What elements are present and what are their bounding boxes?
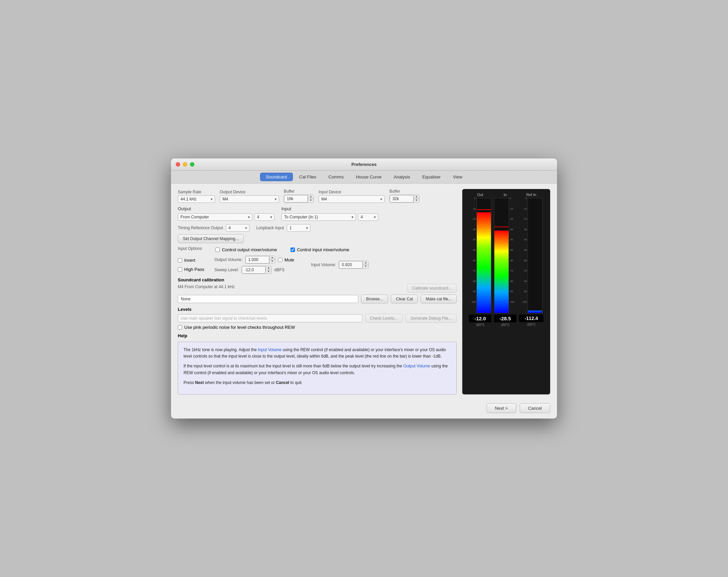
help-para1: The 1kHz tone is now playing. Adjust the… xyxy=(184,347,451,360)
output-buffer-up-btn[interactable]: ▲ xyxy=(308,195,314,199)
output-device-select[interactable]: M4 xyxy=(220,195,279,203)
minimize-button[interactable] xyxy=(183,162,187,167)
sample-rate-select[interactable]: 44.1 kHz xyxy=(178,195,215,203)
ref-meter-value: -112.4 xyxy=(519,315,543,322)
gen-debug-button[interactable]: Generate Debug File... xyxy=(406,314,457,323)
sweep-level-down-btn[interactable]: ▼ xyxy=(266,270,271,273)
close-button[interactable] xyxy=(176,162,180,167)
tab-comms[interactable]: Comms xyxy=(323,173,349,181)
timing-ref-select[interactable]: 4 xyxy=(226,224,250,232)
high-pass-row: High Pass xyxy=(178,267,204,272)
input-channel-select[interactable]: 4 xyxy=(358,213,378,221)
out-meter-label: Out xyxy=(477,193,483,197)
input-buffer-group: Buffer ▲ ▼ xyxy=(389,189,420,203)
in-meter-unit: dBFS xyxy=(501,323,509,327)
in-meter-label: In xyxy=(504,193,507,197)
pink-noise-checkbox[interactable] xyxy=(178,325,182,329)
pink-noise-label: Use pink periodic noise for level checks… xyxy=(184,325,295,330)
levels-select[interactable]: Use main speaker test signal to check/se… xyxy=(178,314,362,322)
tab-house-curve[interactable]: House Curve xyxy=(350,173,387,181)
output-channel-select[interactable]: 4 xyxy=(254,213,275,221)
timing-ref-label: Timing Reference Output xyxy=(178,226,223,230)
out-bar-fill xyxy=(477,212,491,313)
loopback-select[interactable]: 1 xyxy=(287,224,311,232)
help-para3: Press Next when the input volume has bee… xyxy=(184,380,451,386)
set-output-channel-button[interactable]: Set Output Channel Mapping... xyxy=(178,234,244,243)
control-input-checkbox[interactable] xyxy=(291,248,295,252)
out-peak-line xyxy=(477,209,491,210)
input-options-label: Input Options xyxy=(178,246,202,251)
in-meter: In 0 -10 -20 -30 xyxy=(494,193,516,328)
help-text: The 1kHz tone is now playing. Adjust the… xyxy=(184,347,451,386)
output-volume-up-btn[interactable]: ▲ xyxy=(270,256,275,260)
sweep-level-unit: dBFS xyxy=(274,268,284,272)
sweep-level-input[interactable] xyxy=(242,266,265,274)
tab-equaliser[interactable]: Equaliser xyxy=(416,173,446,181)
input-volume-link[interactable]: Input Volume xyxy=(258,347,281,352)
check-levels-button[interactable]: Check Levels... xyxy=(365,314,403,323)
sweep-level-up-btn[interactable]: ▲ xyxy=(266,266,271,270)
tab-soundcard[interactable]: Soundcard xyxy=(260,173,293,181)
cal-file-row: None Browse... Clear Cal Make cal file..… xyxy=(178,295,457,303)
out-meter-unit: dBFS xyxy=(476,323,484,327)
input-buffer-up-btn[interactable]: ▲ xyxy=(414,195,419,199)
levels-section: Levels Use main speaker test signal to c… xyxy=(178,307,457,330)
tab-analysis[interactable]: Analysis xyxy=(388,173,416,181)
invert-label: Invert xyxy=(184,258,195,263)
output-buffer-input[interactable] xyxy=(284,195,308,202)
input-volume-down-btn[interactable]: ▼ xyxy=(363,265,368,268)
control-input-row: Control input mixer/volume xyxy=(291,247,349,252)
ref-meter-unit: dBFS xyxy=(527,323,535,326)
input-dest-select[interactable]: To Computer (In 1) xyxy=(281,213,356,221)
tab-view[interactable]: View xyxy=(447,173,468,181)
out-meter-value: -12.0 xyxy=(469,315,491,322)
input-device-label: Input Device xyxy=(319,190,385,194)
ref-bar-fill xyxy=(528,311,542,313)
output-volume-down-btn[interactable]: ▼ xyxy=(270,260,275,263)
help-title: Help xyxy=(178,333,457,338)
calibrate-soundcard-button[interactable]: Calibrate soundcard... xyxy=(407,284,457,293)
control-output-row: Control output mixer/volume xyxy=(215,247,277,252)
output-buffer-down-btn[interactable]: ▼ xyxy=(308,199,314,202)
output-device-group: Output Device M4 ▼ xyxy=(220,190,279,203)
high-pass-label: High Pass xyxy=(184,267,204,272)
next-button[interactable]: Next > xyxy=(487,403,516,413)
in-peak-line xyxy=(494,227,509,227)
set-output-btn-wrap: Set Output Channel Mapping... xyxy=(178,234,457,243)
input-volume-up-btn[interactable]: ▲ xyxy=(363,261,368,265)
input-label: Input xyxy=(281,206,378,211)
cal-path-display: None xyxy=(178,295,358,303)
browse-button[interactable]: Browse... xyxy=(361,295,388,303)
clear-cal-button[interactable]: Clear Cal xyxy=(391,295,418,303)
window-title: Preferences xyxy=(351,162,377,167)
make-cal-button[interactable]: Make cal file... xyxy=(421,295,457,303)
input-options-section: Input Options Control output mixer/volum… xyxy=(178,246,457,274)
high-pass-checkbox[interactable] xyxy=(178,267,182,272)
input-volume-input[interactable] xyxy=(339,261,363,269)
fullscreen-button[interactable] xyxy=(190,162,194,167)
traffic-lights xyxy=(176,162,194,167)
loopback-group: Loopback Input 1 ▼ xyxy=(256,224,311,232)
output-volume-input[interactable] xyxy=(245,256,269,263)
out-meter: Out 0 -10 -20 -30 -40 -50 -60 -70 -80 xyxy=(469,193,491,328)
invert-checkbox[interactable] xyxy=(178,258,182,262)
output-volume-label: Output Volume: xyxy=(214,257,242,262)
in-meter-value: -28.5 xyxy=(494,315,516,322)
input-volume-label: Input Volume: xyxy=(311,262,336,267)
loopback-label: Loopback Input xyxy=(256,226,284,230)
in-bar-fill xyxy=(494,231,509,313)
input-device-group: Input Device M4 ▼ xyxy=(319,190,385,203)
timing-loopback-row: Timing Reference Output 4 ▼ Loopback Inp… xyxy=(178,224,457,232)
help-para2: If the input level control is at its max… xyxy=(184,363,451,376)
input-buffer-input[interactable] xyxy=(390,195,413,202)
sample-rate-group: Sample Rate 44.1 kHz ▼ xyxy=(178,190,215,203)
output-source-select[interactable]: From Computer xyxy=(178,213,252,221)
cancel-button[interactable]: Cancel xyxy=(520,403,550,413)
tab-cal-files[interactable]: Cal Files xyxy=(294,173,322,181)
output-volume-link[interactable]: Output Volume xyxy=(403,364,430,368)
invert-row: Invert xyxy=(178,258,204,263)
input-buffer-down-btn[interactable]: ▼ xyxy=(414,199,419,202)
input-device-select[interactable]: M4 xyxy=(319,195,385,203)
control-output-checkbox[interactable] xyxy=(215,248,220,252)
mute-checkbox[interactable] xyxy=(278,258,282,262)
